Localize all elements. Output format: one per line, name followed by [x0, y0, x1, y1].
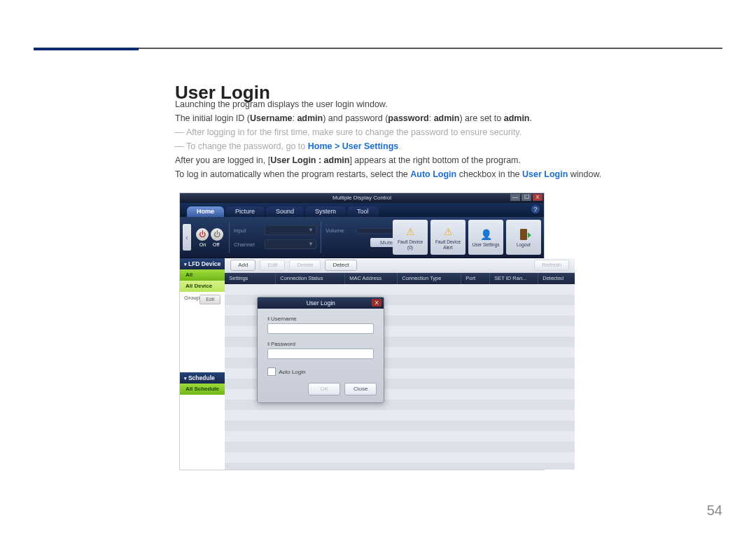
col-detected[interactable]: Detected	[538, 273, 575, 284]
sidebar-header-schedule[interactable]: Schedule	[180, 372, 225, 384]
tab-picture[interactable]: Picture	[225, 206, 265, 217]
power-on-button[interactable]: ⏻	[196, 228, 209, 241]
username-input[interactable]	[267, 323, 374, 334]
sidebar-header-lfd[interactable]: LFD Device	[180, 258, 225, 269]
device-grid: User Login X Username Password	[225, 284, 575, 470]
page-number: 54	[707, 503, 722, 519]
tab-tool[interactable]: Tool	[347, 206, 379, 217]
input-label: Input	[234, 227, 262, 234]
auto-login-label: Auto Login	[279, 369, 305, 375]
dialog-titlebar: User Login X	[258, 297, 384, 309]
sidebar-group-panel: Group Edit	[180, 292, 225, 372]
chevron-down-icon: ▼	[308, 227, 314, 233]
column-headers: Settings Connection Status MAC Address C…	[225, 273, 575, 284]
username-label: Username	[267, 316, 374, 322]
ribbon-nav-left[interactable]: ‹	[183, 224, 191, 251]
power-off-label: Off	[213, 242, 219, 247]
col-port[interactable]: Port	[461, 273, 490, 284]
user-icon: 👤	[479, 227, 493, 241]
auto-login-checkbox[interactable]	[267, 367, 276, 376]
ribbon: ‹ ⏻ ⏻ On Off Input ▼	[180, 217, 544, 258]
ribbon-label: Fault Device	[398, 239, 423, 244]
app-screenshot: Multiple Display Control — ☐ X Home Pict…	[179, 192, 545, 470]
col-conn-type[interactable]: Connection Type	[398, 273, 461, 284]
password-input[interactable]	[267, 349, 374, 359]
main-panel: Add Edit Delete Detect Refresh Settings …	[225, 258, 575, 470]
note-change-password: After logging in for the first time, mak…	[175, 126, 522, 139]
sidebar-edit-button[interactable]: Edit	[200, 295, 220, 304]
delete-button[interactable]: Delete	[289, 260, 321, 271]
detect-button[interactable]: Detect	[325, 260, 356, 271]
ribbon-sublabel: (0)	[407, 245, 413, 250]
sidebar: LFD Device All Connection List All Devic…	[180, 258, 225, 470]
note-path: To change the password, go to Home > Use…	[175, 140, 401, 153]
ribbon-fault-alert[interactable]: ⚠ Fault Device Alert	[430, 220, 465, 255]
default-credentials-text: The initial login ID (Username: admin) a…	[175, 112, 532, 125]
col-settings[interactable]: Settings	[225, 273, 276, 284]
ribbon-fault-device[interactable]: ⚠ Fault Device (0)	[393, 220, 428, 255]
window-title: Multiple Display Control	[332, 195, 391, 201]
edit-button[interactable]: Edit	[260, 260, 285, 271]
channel-label: Channel	[234, 241, 262, 248]
power-on-label: On	[200, 242, 206, 247]
user-login-dialog: User Login X Username Password	[257, 297, 384, 403]
sidebar-group-label: Group	[184, 295, 200, 301]
channel-dropdown[interactable]: ▼	[265, 239, 316, 249]
ribbon-user-settings[interactable]: 👤 User Settings	[468, 220, 503, 255]
dialog-close-button[interactable]: X	[372, 299, 382, 307]
ribbon-sep-1	[229, 222, 230, 253]
ribbon-label: Logout	[517, 242, 531, 247]
sidebar-all-schedule-list[interactable]: All Schedule List	[180, 384, 225, 395]
ribbon-label: User Settings	[472, 242, 499, 247]
add-button[interactable]: Add	[230, 260, 255, 271]
refresh-button[interactable]: Refresh	[534, 260, 569, 271]
window-close-button[interactable]: X	[533, 194, 542, 201]
input-dropdown[interactable]: ▼	[265, 225, 316, 235]
window-titlebar: Multiple Display Control — ☐ X	[180, 193, 544, 203]
ribbon-sublabel: Alert	[443, 245, 452, 250]
ok-button[interactable]: OK	[308, 383, 340, 395]
chevron-down-icon: ▼	[308, 241, 314, 247]
password-label: Password	[267, 341, 374, 347]
logout-icon	[517, 227, 531, 241]
window-maximize-button[interactable]: ☐	[522, 194, 531, 201]
col-mac[interactable]: MAC Address	[345, 273, 398, 284]
tab-home[interactable]: Home	[187, 206, 224, 217]
dialog-title: User Login	[307, 300, 335, 307]
ribbon-sep-2	[321, 222, 321, 253]
col-setid[interactable]: SET ID Ran...	[490, 273, 538, 284]
help-button[interactable]: ?	[531, 205, 540, 213]
ribbon-label: Fault Device	[435, 239, 461, 244]
sidebar-all-device-list[interactable]: All Device List(0)	[180, 281, 225, 292]
tab-system[interactable]: System	[305, 206, 346, 217]
logged-in-text: After you are logged in, [User Login : a…	[175, 154, 521, 167]
header-accent	[34, 48, 139, 50]
main-toolbar: Add Edit Delete Detect Refresh	[225, 258, 575, 273]
volume-label: Volume	[326, 227, 354, 234]
sidebar-all-connection-list[interactable]: All Connection List	[180, 269, 225, 281]
menu-tabs: Home Picture Sound System Tool ?	[180, 203, 544, 217]
tab-sound[interactable]: Sound	[266, 206, 304, 217]
col-conn-status[interactable]: Connection Status	[276, 273, 345, 284]
window-minimize-button[interactable]: —	[510, 194, 520, 201]
warning-icon: ⚠	[403, 225, 417, 239]
intro-text: Launching the program displays the user …	[175, 98, 388, 111]
power-off-button[interactable]: ⏻	[211, 228, 223, 241]
ribbon-logout[interactable]: Logout	[506, 220, 541, 255]
auto-login-text: To log in automatically when the program…	[175, 168, 601, 181]
sidebar-schedule-panel	[180, 395, 225, 470]
warning-icon: ⚠	[441, 225, 455, 239]
close-button[interactable]: Close	[344, 383, 377, 395]
